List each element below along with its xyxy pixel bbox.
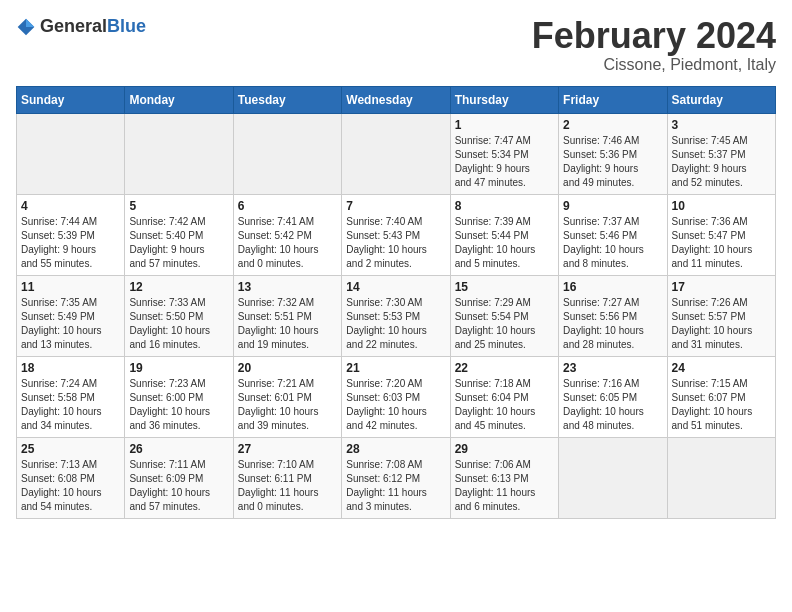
- calendar-cell: 2Sunrise: 7:46 AM Sunset: 5:36 PM Daylig…: [559, 113, 667, 194]
- col-header-friday: Friday: [559, 86, 667, 113]
- day-info: Sunrise: 7:26 AM Sunset: 5:57 PM Dayligh…: [672, 296, 771, 352]
- week-row-4: 18Sunrise: 7:24 AM Sunset: 5:58 PM Dayli…: [17, 356, 776, 437]
- day-info: Sunrise: 7:36 AM Sunset: 5:47 PM Dayligh…: [672, 215, 771, 271]
- day-number: 22: [455, 361, 554, 375]
- day-info: Sunrise: 7:32 AM Sunset: 5:51 PM Dayligh…: [238, 296, 337, 352]
- day-number: 29: [455, 442, 554, 456]
- day-number: 26: [129, 442, 228, 456]
- day-number: 27: [238, 442, 337, 456]
- calendar-cell: 18Sunrise: 7:24 AM Sunset: 5:58 PM Dayli…: [17, 356, 125, 437]
- calendar-cell: 19Sunrise: 7:23 AM Sunset: 6:00 PM Dayli…: [125, 356, 233, 437]
- day-number: 19: [129, 361, 228, 375]
- day-info: Sunrise: 7:08 AM Sunset: 6:12 PM Dayligh…: [346, 458, 445, 514]
- day-number: 21: [346, 361, 445, 375]
- day-info: Sunrise: 7:44 AM Sunset: 5:39 PM Dayligh…: [21, 215, 120, 271]
- calendar-cell: [667, 437, 775, 518]
- day-number: 14: [346, 280, 445, 294]
- calendar-cell: 26Sunrise: 7:11 AM Sunset: 6:09 PM Dayli…: [125, 437, 233, 518]
- day-info: Sunrise: 7:29 AM Sunset: 5:54 PM Dayligh…: [455, 296, 554, 352]
- header-row: SundayMondayTuesdayWednesdayThursdayFrid…: [17, 86, 776, 113]
- calendar-cell: 29Sunrise: 7:06 AM Sunset: 6:13 PM Dayli…: [450, 437, 558, 518]
- day-number: 17: [672, 280, 771, 294]
- day-info: Sunrise: 7:21 AM Sunset: 6:01 PM Dayligh…: [238, 377, 337, 433]
- day-number: 24: [672, 361, 771, 375]
- header: GeneralBlue February 2024 Cissone, Piedm…: [16, 16, 776, 74]
- calendar-cell: 1Sunrise: 7:47 AM Sunset: 5:34 PM Daylig…: [450, 113, 558, 194]
- day-info: Sunrise: 7:20 AM Sunset: 6:03 PM Dayligh…: [346, 377, 445, 433]
- day-info: Sunrise: 7:10 AM Sunset: 6:11 PM Dayligh…: [238, 458, 337, 514]
- week-row-2: 4Sunrise: 7:44 AM Sunset: 5:39 PM Daylig…: [17, 194, 776, 275]
- col-header-saturday: Saturday: [667, 86, 775, 113]
- day-info: Sunrise: 7:42 AM Sunset: 5:40 PM Dayligh…: [129, 215, 228, 271]
- calendar-cell: 13Sunrise: 7:32 AM Sunset: 5:51 PM Dayli…: [233, 275, 341, 356]
- calendar-cell: [233, 113, 341, 194]
- calendar-cell: 8Sunrise: 7:39 AM Sunset: 5:44 PM Daylig…: [450, 194, 558, 275]
- day-info: Sunrise: 7:13 AM Sunset: 6:08 PM Dayligh…: [21, 458, 120, 514]
- day-info: Sunrise: 7:15 AM Sunset: 6:07 PM Dayligh…: [672, 377, 771, 433]
- day-number: 3: [672, 118, 771, 132]
- calendar-cell: 5Sunrise: 7:42 AM Sunset: 5:40 PM Daylig…: [125, 194, 233, 275]
- calendar-cell: 7Sunrise: 7:40 AM Sunset: 5:43 PM Daylig…: [342, 194, 450, 275]
- day-number: 6: [238, 199, 337, 213]
- day-number: 12: [129, 280, 228, 294]
- day-number: 18: [21, 361, 120, 375]
- calendar-cell: [559, 437, 667, 518]
- day-info: Sunrise: 7:18 AM Sunset: 6:04 PM Dayligh…: [455, 377, 554, 433]
- calendar-cell: 24Sunrise: 7:15 AM Sunset: 6:07 PM Dayli…: [667, 356, 775, 437]
- calendar-cell: [342, 113, 450, 194]
- day-number: 4: [21, 199, 120, 213]
- day-number: 2: [563, 118, 662, 132]
- week-row-3: 11Sunrise: 7:35 AM Sunset: 5:49 PM Dayli…: [17, 275, 776, 356]
- day-info: Sunrise: 7:39 AM Sunset: 5:44 PM Dayligh…: [455, 215, 554, 271]
- day-info: Sunrise: 7:40 AM Sunset: 5:43 PM Dayligh…: [346, 215, 445, 271]
- logo-text: GeneralBlue: [40, 16, 146, 37]
- day-info: Sunrise: 7:45 AM Sunset: 5:37 PM Dayligh…: [672, 134, 771, 190]
- day-info: Sunrise: 7:23 AM Sunset: 6:00 PM Dayligh…: [129, 377, 228, 433]
- day-number: 28: [346, 442, 445, 456]
- week-row-5: 25Sunrise: 7:13 AM Sunset: 6:08 PM Dayli…: [17, 437, 776, 518]
- calendar-cell: 11Sunrise: 7:35 AM Sunset: 5:49 PM Dayli…: [17, 275, 125, 356]
- logo-general: General: [40, 16, 107, 36]
- day-number: 25: [21, 442, 120, 456]
- title-area: February 2024 Cissone, Piedmont, Italy: [532, 16, 776, 74]
- calendar-cell: 17Sunrise: 7:26 AM Sunset: 5:57 PM Dayli…: [667, 275, 775, 356]
- day-number: 15: [455, 280, 554, 294]
- calendar-cell: 10Sunrise: 7:36 AM Sunset: 5:47 PM Dayli…: [667, 194, 775, 275]
- week-row-1: 1Sunrise: 7:47 AM Sunset: 5:34 PM Daylig…: [17, 113, 776, 194]
- calendar-cell: [17, 113, 125, 194]
- day-info: Sunrise: 7:16 AM Sunset: 6:05 PM Dayligh…: [563, 377, 662, 433]
- day-info: Sunrise: 7:27 AM Sunset: 5:56 PM Dayligh…: [563, 296, 662, 352]
- calendar-cell: 28Sunrise: 7:08 AM Sunset: 6:12 PM Dayli…: [342, 437, 450, 518]
- main-title: February 2024: [532, 16, 776, 56]
- day-number: 8: [455, 199, 554, 213]
- calendar-cell: 22Sunrise: 7:18 AM Sunset: 6:04 PM Dayli…: [450, 356, 558, 437]
- calendar-cell: 25Sunrise: 7:13 AM Sunset: 6:08 PM Dayli…: [17, 437, 125, 518]
- day-info: Sunrise: 7:46 AM Sunset: 5:36 PM Dayligh…: [563, 134, 662, 190]
- logo-blue: Blue: [107, 16, 146, 36]
- calendar-cell: [125, 113, 233, 194]
- col-header-thursday: Thursday: [450, 86, 558, 113]
- day-number: 1: [455, 118, 554, 132]
- subtitle: Cissone, Piedmont, Italy: [532, 56, 776, 74]
- col-header-tuesday: Tuesday: [233, 86, 341, 113]
- day-number: 23: [563, 361, 662, 375]
- day-number: 13: [238, 280, 337, 294]
- day-info: Sunrise: 7:37 AM Sunset: 5:46 PM Dayligh…: [563, 215, 662, 271]
- calendar-cell: 14Sunrise: 7:30 AM Sunset: 5:53 PM Dayli…: [342, 275, 450, 356]
- day-number: 16: [563, 280, 662, 294]
- calendar-cell: 21Sunrise: 7:20 AM Sunset: 6:03 PM Dayli…: [342, 356, 450, 437]
- calendar-cell: 6Sunrise: 7:41 AM Sunset: 5:42 PM Daylig…: [233, 194, 341, 275]
- calendar-cell: 4Sunrise: 7:44 AM Sunset: 5:39 PM Daylig…: [17, 194, 125, 275]
- col-header-wednesday: Wednesday: [342, 86, 450, 113]
- day-number: 10: [672, 199, 771, 213]
- day-info: Sunrise: 7:33 AM Sunset: 5:50 PM Dayligh…: [129, 296, 228, 352]
- calendar-cell: 16Sunrise: 7:27 AM Sunset: 5:56 PM Dayli…: [559, 275, 667, 356]
- calendar-cell: 9Sunrise: 7:37 AM Sunset: 5:46 PM Daylig…: [559, 194, 667, 275]
- day-info: Sunrise: 7:41 AM Sunset: 5:42 PM Dayligh…: [238, 215, 337, 271]
- day-info: Sunrise: 7:11 AM Sunset: 6:09 PM Dayligh…: [129, 458, 228, 514]
- day-number: 11: [21, 280, 120, 294]
- calendar-table: SundayMondayTuesdayWednesdayThursdayFrid…: [16, 86, 776, 519]
- day-info: Sunrise: 7:30 AM Sunset: 5:53 PM Dayligh…: [346, 296, 445, 352]
- day-info: Sunrise: 7:47 AM Sunset: 5:34 PM Dayligh…: [455, 134, 554, 190]
- logo: GeneralBlue: [16, 16, 146, 37]
